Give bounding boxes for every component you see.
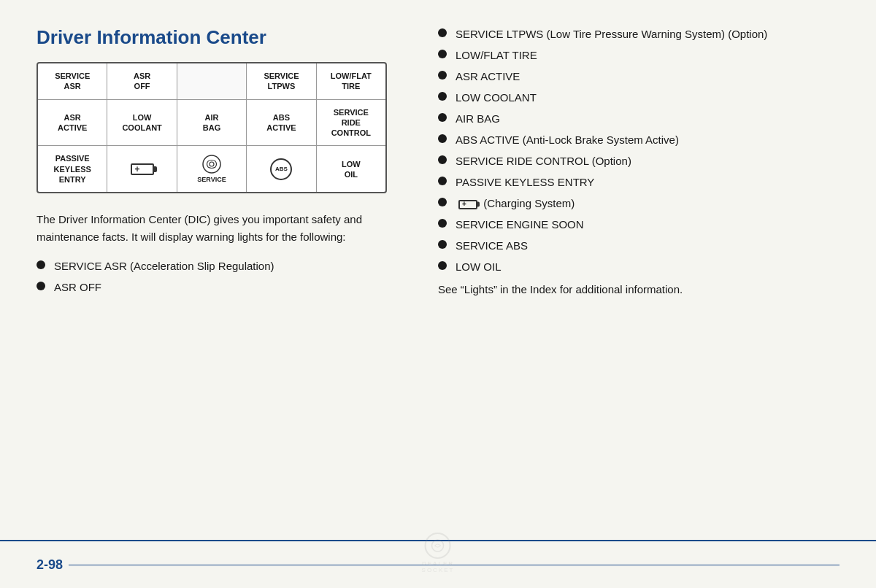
left-bullet-list: SERVICE ASR (Acceleration Slip Regulatio… — [36, 258, 416, 295]
bullet-dot — [438, 219, 447, 228]
dic-cell-service-abs: ABS — [247, 146, 316, 192]
svg-point-1 — [210, 162, 214, 166]
bullet-text: ABS ACTIVE (Anti-Lock Brake System Activ… — [456, 132, 679, 147]
bullet-text: LOW OIL — [456, 259, 502, 274]
page-title: Driver Information Center — [36, 26, 416, 49]
bullet-dot — [438, 28, 447, 37]
list-item: LOW/FLAT TIRE — [438, 47, 847, 63]
dic-cell-low-flat-tire: LOW/FLATTIRE — [317, 63, 385, 99]
list-item: SERVICE ENGINE SOON — [438, 217, 847, 232]
see-lights-text: See “Lights” in the Index for additional… — [438, 282, 847, 297]
list-item: AIR BAG — [438, 111, 847, 126]
bullet-text: AIR BAG — [456, 111, 500, 126]
description-text: The Driver Information Center (DIC) give… — [36, 211, 416, 245]
watermark: DEALERSOCKET — [422, 533, 455, 573]
bullet-text: SERVICE LTPWS (Low Tire Pressure Warning… — [456, 26, 767, 42]
dic-row-3: PASSIVEKEYLESSENTRY SERVICE — [38, 146, 385, 192]
bullet-text: ASR OFF — [54, 279, 101, 295]
charging-system-icon — [458, 200, 477, 209]
bullet-text: LOW COOLANT — [456, 90, 537, 105]
list-item: LOW OIL — [438, 259, 847, 274]
bullet-dot — [438, 50, 447, 58]
dic-row-1: SERVICEASR ASROFF SERVICELTPWS LOW/FLATT… — [38, 63, 385, 100]
list-item: (Charging System) — [438, 196, 847, 211]
bullet-text: LOW/FLAT TIRE — [456, 47, 537, 63]
svg-point-0 — [203, 155, 220, 173]
abs-circle-icon: ABS — [270, 158, 292, 180]
dic-cell-asr-off: ASROFF — [107, 63, 177, 99]
page-number: 2-98 — [36, 557, 63, 573]
engine-icon — [201, 154, 222, 174]
dic-cell-asr-active: ASRACTIVE — [38, 100, 107, 146]
dic-cell-empty-1 — [177, 63, 247, 99]
left-column: Driver Information Center SERVICEASR ASR… — [36, 26, 416, 525]
list-item: SERVICE RIDE CONTROL (Option) — [438, 153, 847, 169]
right-column: SERVICE LTPWS (Low Tire Pressure Warning… — [438, 26, 847, 525]
bullet-text: (Charging System) — [456, 196, 575, 211]
dic-row-2: ASRACTIVE LOWCOOLANT AIRBAG ABSACTIVE SE… — [38, 100, 385, 147]
dic-cell-service-ride-control: SERVICERIDECONTROL — [317, 100, 385, 146]
list-item: ASR ACTIVE — [438, 69, 847, 84]
bullet-text: PASSIVE KEYLESS ENTRY — [456, 174, 594, 190]
list-item: SERVICE ASR (Acceleration Slip Regulatio… — [36, 258, 416, 274]
dic-cell-service-asr: SERVICEASR — [38, 63, 107, 99]
watermark-logo-icon — [431, 538, 445, 553]
bullet-dot — [36, 282, 45, 290]
dic-cell-passive-keyless: PASSIVEKEYLESSENTRY — [38, 146, 107, 192]
dic-cell-service-engine: SERVICE — [177, 146, 247, 192]
dic-cell-low-coolant: LOWCOOLANT — [107, 100, 177, 146]
bullet-dot — [36, 260, 45, 269]
watermark-circle — [425, 533, 451, 559]
bullet-dot — [438, 261, 447, 270]
bullet-dot — [438, 177, 447, 185]
bullet-dot — [438, 198, 447, 206]
svg-point-2 — [432, 540, 444, 552]
bullet-dot — [438, 71, 447, 80]
dic-cell-air-bag: AIRBAG — [177, 100, 247, 146]
bullet-text: SERVICE ABS — [456, 238, 528, 253]
list-item: ABS ACTIVE (Anti-Lock Brake System Activ… — [438, 132, 847, 147]
bullet-text: SERVICE ENGINE SOON — [456, 217, 584, 232]
battery-icon — [131, 163, 154, 175]
bullet-dot — [438, 134, 447, 143]
dic-cell-battery — [107, 146, 177, 192]
list-item: ASR OFF — [36, 279, 416, 295]
list-item: SERVICE LTPWS (Low Tire Pressure Warning… — [438, 26, 847, 42]
bullet-dot — [438, 92, 447, 101]
list-item: SERVICE ABS — [438, 238, 847, 253]
list-item: PASSIVE KEYLESS ENTRY — [438, 174, 847, 190]
bullet-text: SERVICE ASR (Acceleration Slip Regulatio… — [54, 258, 274, 274]
bullet-dot — [438, 155, 447, 164]
bullet-dot — [438, 240, 447, 249]
bullet-dot — [438, 113, 447, 122]
list-item: LOW COOLANT — [438, 90, 847, 105]
watermark-text: DEALERSOCKET — [422, 560, 455, 573]
right-bullet-list: SERVICE LTPWS (Low Tire Pressure Warning… — [438, 26, 847, 274]
dic-diagram: SERVICEASR ASROFF SERVICELTPWS LOW/FLATT… — [36, 62, 387, 193]
dic-cell-service-ltpws: SERVICELTPWS — [247, 63, 316, 99]
dic-cell-abs-active: ABSACTIVE — [247, 100, 316, 146]
dic-cell-low-oil: LOWOIL — [317, 146, 385, 192]
bullet-text: ASR ACTIVE — [456, 69, 520, 84]
bullet-text: SERVICE RIDE CONTROL (Option) — [456, 153, 631, 169]
